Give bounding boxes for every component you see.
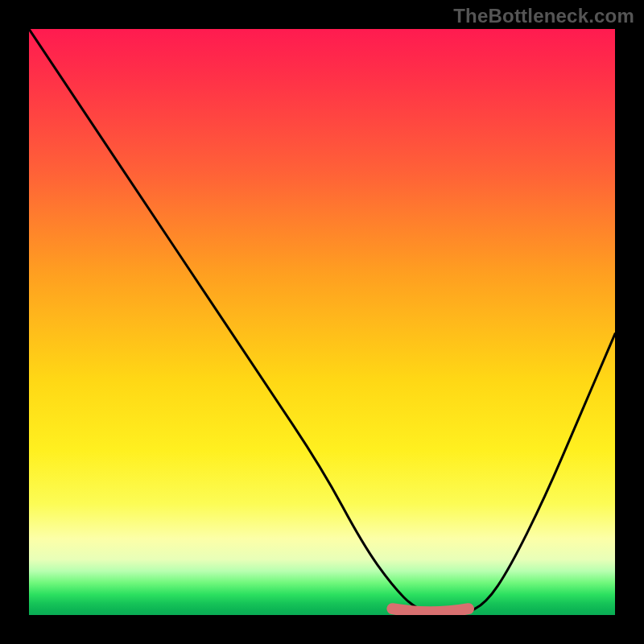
curve-layer (29, 29, 615, 615)
bottleneck-curve-path (29, 29, 615, 615)
plot-area (29, 29, 615, 615)
watermark-text: TheBottleneck.com (453, 5, 634, 27)
valley-marker-path (392, 609, 469, 612)
chart-container: TheBottleneck.com (0, 0, 644, 644)
